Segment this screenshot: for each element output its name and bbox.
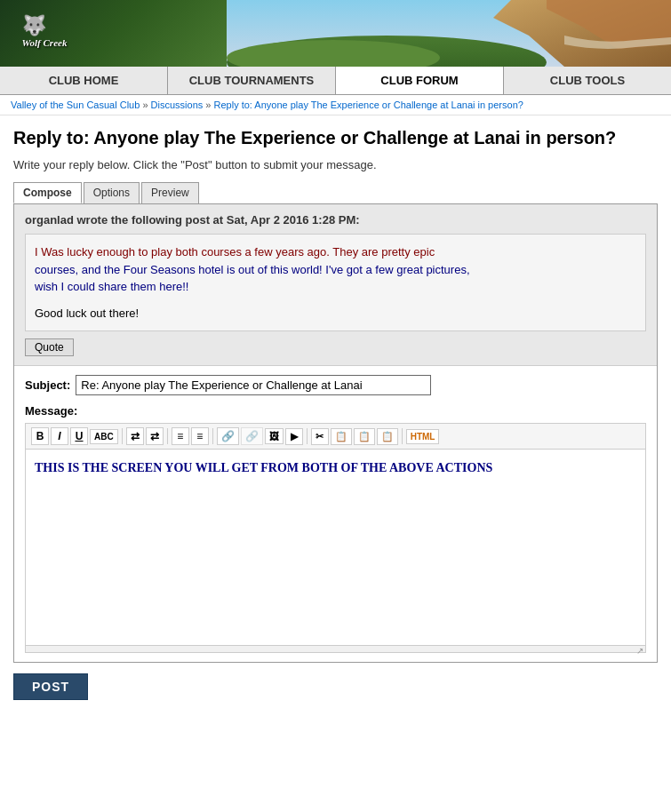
breadcrumb: Valley of the Sun Casual Club » Discussi… bbox=[0, 95, 671, 115]
tab-options[interactable]: Options bbox=[84, 182, 140, 203]
tab-compose[interactable]: Compose bbox=[13, 182, 82, 203]
toolbar-media[interactable]: ▶ bbox=[285, 428, 303, 445]
toolbar-list-ol[interactable]: ≡ bbox=[191, 427, 209, 445]
subject-row: Subject: bbox=[25, 375, 646, 395]
toolbar-sep5 bbox=[402, 428, 403, 444]
page-title: Reply to: Anyone play The Experience or … bbox=[13, 126, 658, 149]
post-button[interactable]: POST bbox=[13, 673, 88, 700]
editor-resize-handle[interactable]: ↗ bbox=[26, 645, 645, 652]
original-post-area: organlad wrote the following post at Sat… bbox=[14, 204, 657, 366]
nav-club-tools[interactable]: CLUB TOOLS bbox=[504, 67, 671, 94]
toolbar-unlink[interactable]: 🔗 bbox=[241, 427, 263, 445]
editor-typed-text: THIS IS THE SCREEN YOU WILL GET FROM BOT… bbox=[35, 461, 492, 474]
form-area: Subject: Message: B I U ABC ⇄ ⇄ ≡ ≡ 🔗 🔗 bbox=[14, 366, 657, 662]
post-line3: wish I could share them here!! bbox=[35, 280, 188, 293]
editor-content-area: THIS IS THE SCREEN YOU WILL GET FROM BOT… bbox=[25, 449, 646, 653]
breadcrumb-discussions-link[interactable]: Discussions bbox=[151, 100, 204, 110]
tab-preview[interactable]: Preview bbox=[141, 182, 199, 203]
message-label: Message: bbox=[25, 404, 646, 418]
nav-club-forum[interactable]: CLUB FORUM bbox=[336, 67, 504, 94]
toolbar-underline[interactable]: U bbox=[70, 427, 88, 445]
breadcrumb-sep2: » bbox=[205, 100, 213, 110]
post-text-p1: I Was lucky enough to play both courses … bbox=[35, 243, 636, 296]
nav-club-home[interactable]: CLUB HOME bbox=[0, 67, 168, 94]
toolbar-sep3 bbox=[212, 428, 213, 444]
toolbar-html[interactable]: HTML bbox=[406, 429, 440, 444]
post-good-luck: Good luck out there! bbox=[35, 305, 636, 322]
site-logo: 🐺 Wolf Creek bbox=[9, 7, 80, 56]
logo-icon: 🐺 bbox=[22, 14, 68, 37]
toolbar-link[interactable]: 🔗 bbox=[217, 427, 239, 445]
breadcrumb-reply-link[interactable]: Reply to: Anyone play The Experience or … bbox=[214, 100, 523, 110]
tabs-container: Compose Options Preview bbox=[13, 182, 658, 203]
quote-button[interactable]: Quote bbox=[25, 338, 74, 356]
logo-text: Wolf Creek bbox=[22, 37, 68, 48]
original-post-header: organlad wrote the following post at Sat… bbox=[25, 213, 646, 227]
main-content: Reply to: Anyone play The Experience or … bbox=[0, 115, 671, 721]
breadcrumb-club-link[interactable]: Valley of the Sun Casual Club bbox=[11, 100, 140, 110]
instruction-text: Write your reply below. Click the "Post"… bbox=[13, 158, 658, 171]
editor-body[interactable]: THIS IS THE SCREEN YOU WILL GET FROM BOT… bbox=[26, 450, 645, 645]
toolbar-sep1 bbox=[122, 428, 123, 444]
toolbar-copy[interactable]: 📋 bbox=[331, 428, 352, 445]
toolbar-paste-word[interactable]: 📋 bbox=[377, 428, 398, 445]
toolbar-align-right[interactable]: ⇄ bbox=[146, 427, 164, 445]
post-button-area: POST bbox=[13, 663, 658, 711]
toolbar-paste[interactable]: 📋 bbox=[354, 428, 375, 445]
original-post-body: I Was lucky enough to play both courses … bbox=[25, 234, 646, 331]
nav-bar: CLUB HOME CLUB TOURNAMENTS CLUB FORUM CL… bbox=[0, 67, 671, 95]
toolbar-cut[interactable]: ✂ bbox=[311, 428, 329, 445]
reply-container: organlad wrote the following post at Sat… bbox=[13, 203, 658, 663]
toolbar-sep4 bbox=[307, 428, 308, 444]
nav-club-tournaments[interactable]: CLUB TOURNAMENTS bbox=[168, 67, 336, 94]
subject-label: Subject: bbox=[25, 378, 70, 392]
toolbar-italic[interactable]: I bbox=[51, 427, 68, 445]
toolbar-list-ul[interactable]: ≡ bbox=[172, 427, 189, 445]
toolbar-align-left[interactable]: ⇄ bbox=[126, 427, 144, 445]
header-banner: 🐺 Wolf Creek bbox=[0, 0, 671, 67]
banner-illustration bbox=[227, 0, 671, 67]
breadcrumb-sep1: » bbox=[142, 100, 150, 110]
toolbar-bold[interactable]: B bbox=[31, 427, 49, 445]
toolbar-sep2 bbox=[167, 428, 168, 444]
post-line1: I Was lucky enough to play both courses … bbox=[35, 245, 435, 259]
post-line2: courses, and the Four Seasons hotel is o… bbox=[35, 263, 470, 276]
toolbar-abc[interactable]: ABC bbox=[90, 429, 118, 444]
subject-input[interactable] bbox=[76, 375, 431, 395]
toolbar-image[interactable]: 🖼 bbox=[265, 428, 284, 444]
editor-toolbar: B I U ABC ⇄ ⇄ ≡ ≡ 🔗 🔗 🖼 ▶ ✂ 📋 📋 📋 bbox=[25, 423, 646, 449]
